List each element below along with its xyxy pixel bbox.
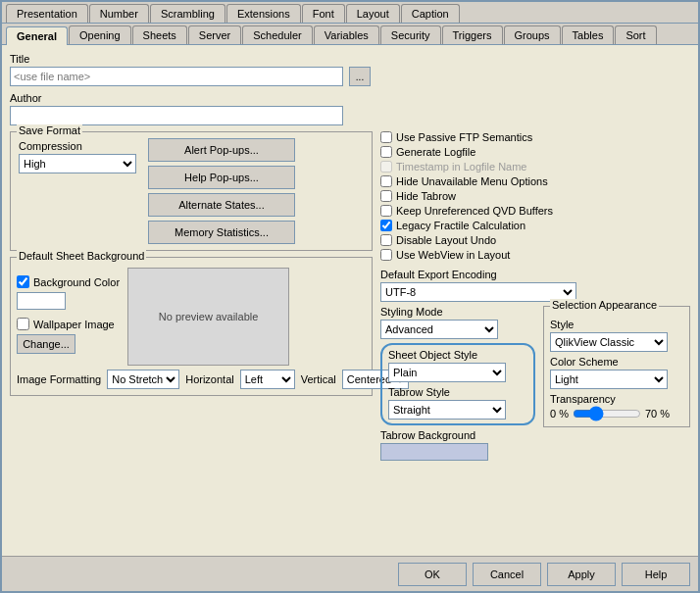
checkbox-row-2: Timestamp in Logfile Name: [380, 161, 690, 173]
compression-select[interactable]: High Medium Low None: [19, 154, 136, 173]
style-select[interactable]: QlikView Classic Modern: [550, 332, 668, 352]
checkbox-6[interactable]: [380, 220, 392, 231]
apply-button[interactable]: Apply: [547, 563, 616, 586]
tab-caption[interactable]: Caption: [401, 4, 460, 23]
checkbox-1[interactable]: [380, 146, 392, 158]
color-scheme-select[interactable]: Light Dark Custom: [550, 370, 668, 389]
memory-statistics-button[interactable]: Memory Statistics...: [148, 221, 295, 244]
style-sub-section: Style QlikView Classic Modern: [550, 319, 683, 352]
tab-general[interactable]: General: [6, 26, 68, 45]
bg-group-title: Default Sheet Background: [17, 250, 146, 262]
image-format-select[interactable]: No Stretch Stretch Fit Fill: [107, 370, 179, 389]
styling-mode-select[interactable]: Advanced Standard: [380, 320, 498, 339]
checkbox-row-4: Hide Tabrow: [380, 190, 690, 202]
transparency-left-value: 0 %: [550, 408, 569, 420]
checkbox-label-4: Hide Tabrow: [396, 190, 456, 202]
tabrow-style-group: Tabrow Style Straight Rounded 3D: [388, 386, 527, 420]
tabrow-bg-group: Tabrow Background: [380, 429, 535, 461]
tab-triggers[interactable]: Triggers: [442, 25, 503, 44]
transparency-section: Transparency 0 % 70 %: [550, 393, 683, 420]
cancel-button[interactable]: Cancel: [473, 563, 541, 586]
author-label: Author: [10, 92, 690, 104]
checkbox-2[interactable]: [380, 161, 392, 173]
tab-font[interactable]: Font: [302, 4, 345, 23]
checkbox-row-6: Legacy Fractile Calculation: [380, 220, 690, 231]
title-input[interactable]: [10, 67, 343, 86]
title-browse-button[interactable]: ...: [349, 67, 371, 86]
title-label: Title: [10, 53, 690, 65]
bottom-bar: OK Cancel Apply Help: [2, 556, 698, 591]
author-row: [10, 106, 690, 125]
bg-color-checkbox[interactable]: [17, 275, 29, 288]
image-format-row: Image Formatting No Stretch Stretch Fit …: [17, 370, 366, 389]
wallpaper-label: Wallpaper Image: [33, 319, 115, 330]
change-button[interactable]: Change...: [17, 334, 75, 354]
help-popups-button[interactable]: Help Pop-ups...: [148, 166, 295, 189]
encoding-label: Default Export Encoding: [380, 269, 690, 280]
help-button[interactable]: Help: [622, 563, 690, 586]
tab-security[interactable]: Security: [380, 25, 441, 44]
tab-scrambling[interactable]: Scrambling: [150, 4, 225, 23]
checkbox-label-0: Use Passive FTP Semantics: [396, 131, 532, 143]
styling-section: Styling Mode Advanced Standard Sheet Obj…: [380, 306, 535, 461]
tab-tables[interactable]: Tables: [562, 25, 615, 44]
checkboxes-group: Use Passive FTP Semantics Generate Logfi…: [380, 131, 690, 261]
tab-groups[interactable]: Groups: [504, 25, 561, 44]
preview-text: No preview available: [159, 311, 259, 322]
image-format-label: Image Formatting: [17, 373, 101, 385]
author-section: Author: [10, 92, 690, 125]
checkbox-3[interactable]: [380, 175, 392, 187]
color-scheme-section: Color Scheme Light Dark Custom: [550, 356, 683, 389]
bg-color-label: Background Color: [33, 276, 120, 288]
alert-popups-button[interactable]: Alert Pop-ups...: [148, 138, 295, 162]
bg-color-swatch[interactable]: [17, 292, 66, 310]
vertical-label: Vertical: [301, 373, 336, 385]
ok-button[interactable]: OK: [398, 563, 467, 586]
wallpaper-checkbox[interactable]: [17, 318, 29, 330]
preview-box: No preview available: [127, 268, 289, 366]
checkbox-0[interactable]: [380, 131, 392, 143]
horizontal-select[interactable]: Left Center Right: [240, 370, 295, 389]
tab-presentation[interactable]: Presentation: [6, 4, 88, 23]
tab-sheets[interactable]: Sheets: [132, 25, 187, 44]
tab-number[interactable]: Number: [89, 4, 149, 23]
save-format-title: Save Format: [17, 124, 82, 136]
checkbox-4[interactable]: [380, 190, 392, 202]
encoding-select[interactable]: UTF-8 UTF-16 Latin-1: [380, 282, 576, 302]
tab-extensions[interactable]: Extensions: [226, 4, 301, 23]
tab-layout[interactable]: Layout: [346, 4, 400, 23]
bg-group: Default Sheet Background Background Colo…: [10, 257, 373, 396]
styling-mode-label: Styling Mode: [380, 306, 535, 318]
checkbox-label-5: Keep Unreferenced QVD Buffers: [396, 205, 553, 217]
bg-color-row: Background Color: [17, 275, 120, 288]
author-input[interactable]: [10, 106, 343, 125]
tab-scheduler[interactable]: Scheduler: [242, 25, 313, 44]
tab-sort[interactable]: Sort: [615, 25, 656, 44]
save-format-group: Save Format Compression High Medium Low …: [10, 131, 373, 251]
tab-opening[interactable]: Opening: [69, 25, 131, 44]
horizontal-label: Horizontal: [185, 373, 234, 385]
styling-mode-group: Styling Mode Advanced Standard: [380, 306, 535, 339]
style-group-circled: Sheet Object Style Plain Soft Bordered T…: [380, 343, 535, 425]
tab-variables[interactable]: Variables: [314, 25, 379, 44]
checkbox-7[interactable]: [380, 234, 392, 246]
checkbox-row-1: Generate Logfile: [380, 146, 690, 158]
checkbox-row-8: Use WebView in Layout: [380, 249, 690, 261]
alternate-states-button[interactable]: Alternate States...: [148, 193, 295, 217]
checkbox-5[interactable]: [380, 205, 392, 217]
transparency-slider[interactable]: [573, 407, 641, 420]
checkbox-row-0: Use Passive FTP Semantics: [380, 131, 690, 143]
sheet-object-style-select[interactable]: Plain Soft Bordered: [388, 363, 506, 382]
tabrow-bg-color[interactable]: [380, 443, 488, 461]
checkbox-8[interactable]: [380, 249, 392, 261]
checkbox-row-3: Hide Unavailable Menu Options: [380, 175, 690, 187]
tab-server[interactable]: Server: [188, 25, 241, 44]
checkbox-label-3: Hide Unavailable Menu Options: [396, 175, 548, 187]
tabrow-style-select[interactable]: Straight Rounded 3D: [388, 400, 506, 420]
sheet-object-style-label: Sheet Object Style: [388, 349, 527, 361]
checkbox-row-5: Keep Unreferenced QVD Buffers: [380, 205, 690, 217]
checkbox-label-1: Generate Logfile: [396, 146, 475, 158]
encoding-section: Default Export Encoding UTF-8 UTF-16 Lat…: [380, 269, 690, 302]
checkbox-label-2: Timestamp in Logfile Name: [396, 161, 526, 173]
sel-app-group: Selection Appearance Style QlikView Clas…: [543, 306, 690, 427]
